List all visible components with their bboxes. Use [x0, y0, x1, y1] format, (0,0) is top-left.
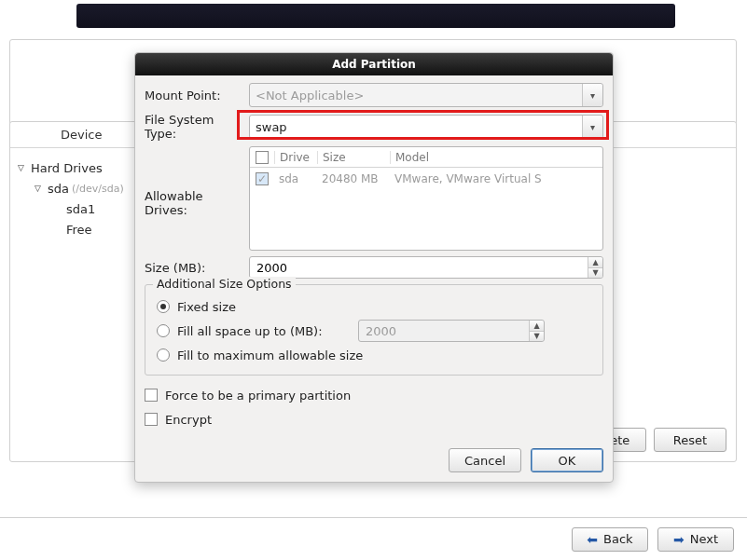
additional-size-options-group: Additional Size Options Fixed size Fill …	[145, 284, 603, 376]
checkbox-icon[interactable]	[256, 151, 269, 164]
disclosure-triangle-icon[interactable]: ▽	[18, 163, 27, 172]
window-titlebar	[76, 4, 675, 28]
chevron-down-icon[interactable]: ▾	[582, 84, 602, 106]
tree-label: sda	[48, 182, 69, 196]
drives-header-size: Size	[317, 151, 390, 164]
fill-upto-spinner: ▲▼	[358, 320, 545, 342]
allowable-drives-label: Allowable Drives:	[145, 146, 249, 217]
drives-header-checkbox[interactable]	[250, 151, 274, 164]
radio-fixed-size[interactable]: Fixed size	[157, 294, 591, 319]
chevron-down-icon[interactable]: ▾	[582, 116, 602, 138]
encrypt-checkbox[interactable]: Encrypt	[145, 407, 603, 431]
force-primary-label: Force to be a primary partition	[165, 389, 351, 403]
drive-size: 20480 MB	[317, 172, 390, 185]
next-button[interactable]: ➡ Next	[657, 527, 734, 552]
ok-button[interactable]: OK	[531, 448, 603, 472]
drives-header-drive: Drive	[274, 151, 317, 164]
allowable-drives-list[interactable]: Drive Size Model ✓ sda 20480 MB VMware, …	[249, 146, 603, 251]
radio-fill-max[interactable]: Fill to maximum allowable size	[157, 343, 591, 367]
force-primary-checkbox[interactable]: Force to be a primary partition	[145, 383, 603, 407]
radio-fill-upto[interactable]: Fill all space up to (MB): ▲▼	[157, 319, 591, 343]
spin-down-icon[interactable]: ▼	[588, 268, 602, 279]
fs-type-value: swap	[256, 120, 287, 134]
fill-upto-input	[364, 323, 539, 339]
spin-down-icon: ▼	[530, 332, 544, 342]
cancel-button[interactable]: Cancel	[449, 448, 521, 472]
checkbox-icon[interactable]	[145, 389, 158, 402]
wizard-footer: ⬅ Back ➡ Next	[0, 517, 747, 560]
cancel-label: Cancel	[464, 454, 505, 468]
drives-header-row: Drive Size Model	[250, 147, 602, 168]
tree-label: Hard Drives	[31, 161, 103, 175]
radio-icon[interactable]	[157, 348, 170, 362]
reset-button[interactable]: Reset	[654, 428, 726, 452]
next-label: Next	[690, 532, 718, 546]
tree-label: sda1	[66, 202, 95, 216]
radio-fill-upto-label: Fill all space up to (MB):	[177, 324, 351, 338]
radio-fixed-label: Fixed size	[177, 300, 236, 314]
arrow-left-icon: ⬅	[587, 532, 598, 547]
size-label: Size (MB):	[145, 261, 249, 275]
fs-type-label: File System Type:	[145, 113, 249, 141]
group-title: Additional Size Options	[153, 277, 296, 291]
checkbox-icon[interactable]: ✓	[256, 172, 269, 185]
radio-icon[interactable]	[157, 324, 170, 337]
drive-row[interactable]: ✓ sda 20480 MB VMware, VMware Virtual S	[250, 168, 602, 190]
tree-devpath: (/dev/sda)	[72, 183, 124, 195]
size-spinner[interactable]: ▲▼	[249, 256, 603, 279]
dialog-button-bar: Cancel OK	[135, 441, 613, 482]
mount-point-value: <Not Applicable>	[256, 89, 364, 102]
radio-icon[interactable]	[157, 300, 170, 313]
spin-up-icon[interactable]: ▲	[588, 257, 602, 268]
checkbox-icon[interactable]	[145, 413, 158, 426]
tree-label: Free	[66, 223, 92, 237]
drive-name: sda	[274, 172, 317, 185]
mount-point-label: Mount Point:	[145, 89, 249, 102]
dialog-title: Add Partition	[135, 53, 613, 75]
drives-header-model: Model	[390, 151, 602, 164]
device-header-label: Device	[10, 128, 130, 142]
reset-label: Reset	[673, 433, 707, 447]
fs-type-combo[interactable]: swap ▾	[249, 115, 603, 139]
radio-fill-max-label: Fill to maximum allowable size	[177, 348, 363, 362]
spin-up-icon: ▲	[530, 321, 544, 332]
back-button[interactable]: ⬅ Back	[572, 527, 648, 552]
drive-model: VMware, VMware Virtual S	[390, 172, 602, 185]
encrypt-label: Encrypt	[165, 413, 212, 427]
mount-point-combo[interactable]: <Not Applicable> ▾	[249, 83, 603, 107]
ok-label: OK	[559, 454, 576, 468]
disclosure-triangle-icon[interactable]: ▽	[35, 184, 44, 193]
arrow-right-icon: ➡	[673, 532, 685, 547]
size-input[interactable]	[255, 260, 598, 276]
add-partition-dialog: Add Partition Mount Point: <Not Applicab…	[134, 52, 614, 483]
back-label: Back	[603, 532, 633, 546]
